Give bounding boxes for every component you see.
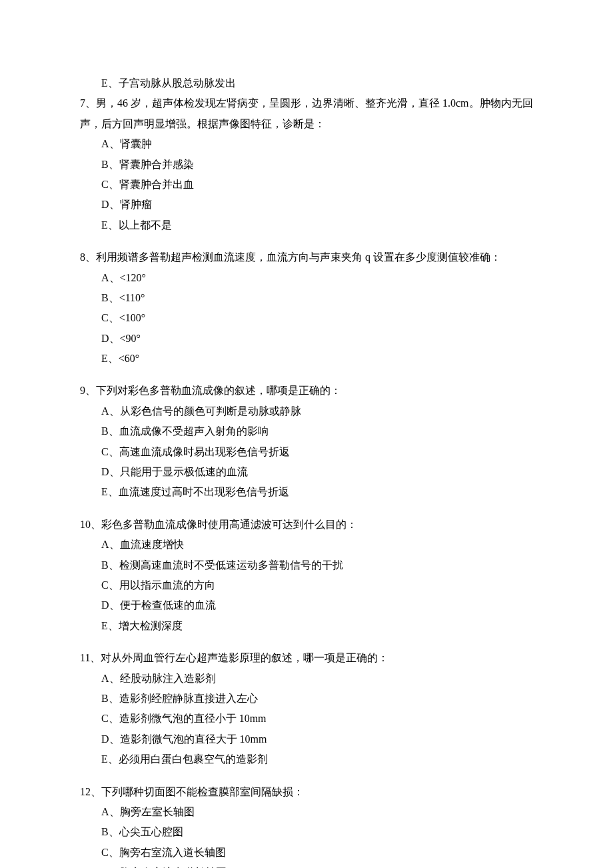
- option-E: E、<60°: [80, 349, 533, 369]
- option-E: E、以上都不是: [80, 215, 533, 235]
- question-stem: 11、对从外周血管行左心超声造影原理的叙述，哪一项是正确的：: [80, 648, 533, 668]
- option-A: A、胸旁左室长轴图: [80, 802, 533, 822]
- option-A: A、<120°: [80, 268, 533, 288]
- option-B: B、心尖五心腔图: [80, 822, 533, 842]
- option-C: C、造影剂微气泡的直径小于 10mm: [80, 709, 533, 729]
- option-C: C、<100°: [80, 308, 533, 328]
- option-E: E、血流速度过高时不出现彩色信号折返: [80, 482, 533, 502]
- option-B: B、<110°: [80, 288, 533, 308]
- question-7: 7、男，46 岁，超声体检发现左肾病变，呈圆形，边界清晰、整齐光滑，直径 1.0…: [80, 93, 533, 235]
- orphan-option: E、子宫动脉从股总动脉发出: [80, 73, 533, 93]
- question-10: 10、彩色多普勒血流成像时使用高通滤波可达到什么目的：A、血流速度增快B、检测高…: [80, 515, 533, 636]
- question-stem: 12、下列哪种切面图不能检查膜部室间隔缺损：: [80, 782, 533, 802]
- option-C: C、高速血流成像时易出现彩色信号折返: [80, 442, 533, 462]
- question-12: 12、下列哪种切面图不能检查膜部室间隔缺损：A、胸旁左室长轴图B、心尖五心腔图C…: [80, 782, 533, 869]
- question-stem: 7、男，46 岁，超声体检发现左肾病变，呈圆形，边界清晰、整齐光滑，直径 1.0…: [80, 93, 533, 134]
- option-C: C、胸旁右室流入道长轴图: [80, 843, 533, 863]
- option-D: D、胸旁右室流出道长轴图: [80, 863, 533, 868]
- option-A: A、从彩色信号的颜色可判断是动脉或静脉: [80, 401, 533, 421]
- option-D: D、造影剂微气泡的直径大于 10mm: [80, 729, 533, 749]
- option-C: C、肾囊肿合并出血: [80, 175, 533, 195]
- option-E: E、增大检测深度: [80, 616, 533, 636]
- option-D: D、便于检查低速的血流: [80, 595, 533, 615]
- option-B: B、检测高速血流时不受低速运动多普勒信号的干扰: [80, 555, 533, 575]
- option-A: A、经股动脉注入造影剂: [80, 669, 533, 689]
- option-E: E、必须用白蛋白包裹空气的造影剂: [80, 749, 533, 769]
- question-8: 8、利用频谱多普勒超声检测血流速度，血流方向与声束夹角 q 设置在多少度测值较准…: [80, 247, 533, 369]
- option-A: A、肾囊肿: [80, 134, 533, 154]
- question-stem: 10、彩色多普勒血流成像时使用高通滤波可达到什么目的：: [80, 515, 533, 535]
- question-stem: 8、利用频谱多普勒超声检测血流速度，血流方向与声束夹角 q 设置在多少度测值较准…: [80, 247, 533, 267]
- option-C: C、用以指示血流的方向: [80, 575, 533, 595]
- question-9: 9、下列对彩色多普勒血流成像的叙述，哪项是正确的：A、从彩色信号的颜色可判断是动…: [80, 381, 533, 502]
- option-D: D、<90°: [80, 329, 533, 349]
- option-B: B、肾囊肿合并感染: [80, 155, 533, 175]
- question-stem: 9、下列对彩色多普勒血流成像的叙述，哪项是正确的：: [80, 381, 533, 401]
- question-11: 11、对从外周血管行左心超声造影原理的叙述，哪一项是正确的：A、经股动脉注入造影…: [80, 648, 533, 769]
- option-D: D、只能用于显示极低速的血流: [80, 462, 533, 482]
- option-B: B、造影剂经腔静脉直接进入左心: [80, 689, 533, 709]
- option-D: D、肾肿瘤: [80, 195, 533, 215]
- option-A: A、血流速度增快: [80, 535, 533, 555]
- option-B: B、血流成像不受超声入射角的影响: [80, 421, 533, 441]
